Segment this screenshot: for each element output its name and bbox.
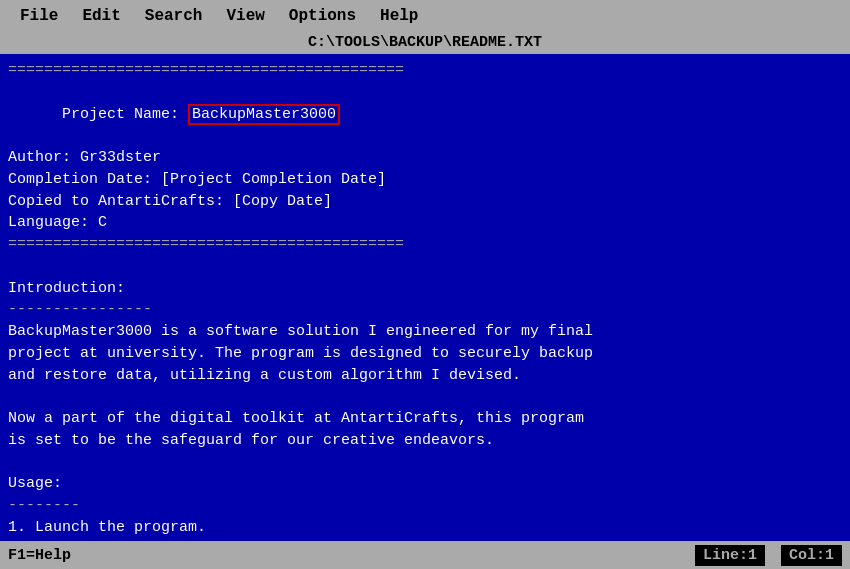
menu-edit[interactable]: Edit — [70, 3, 132, 29]
language-line: Language: C — [8, 212, 842, 234]
content-area: ========================================… — [0, 54, 850, 541]
intro-para3: and restore data, utilizing a custom alg… — [8, 365, 842, 387]
usage-heading: Usage: — [8, 473, 842, 495]
author-line: Author: Gr33dster — [8, 147, 842, 169]
menu-bar: File Edit Search View Options Help — [0, 0, 850, 32]
intro-heading: Introduction: — [8, 278, 842, 300]
status-bar: F1=Help Line:1 Col:1 — [0, 541, 850, 569]
para2-2: is set to be the safeguard for our creat… — [8, 430, 842, 452]
title-text: C:\TOOLS\BACKUP\README.TXT — [308, 34, 542, 51]
blank1 — [8, 256, 842, 278]
project-label: Project Name: — [62, 106, 188, 123]
status-col: Col:1 — [781, 545, 842, 566]
para2-1: Now a part of the digital toolkit at Ant… — [8, 408, 842, 430]
intro-para2: project at university. The program is de… — [8, 343, 842, 365]
menu-view[interactable]: View — [214, 3, 276, 29]
copied-line: Copied to AntartiCrafts: [Copy Date] — [8, 191, 842, 213]
usage-1: 1. Launch the program. — [8, 517, 842, 539]
project-value: BackupMaster3000 — [188, 104, 340, 125]
intro-para1: BackupMaster3000 is a software solution … — [8, 321, 842, 343]
menu-file[interactable]: File — [8, 3, 70, 29]
f1-help-label: F1=Help — [8, 547, 71, 564]
status-help: F1=Help — [8, 547, 695, 564]
status-line: Line:1 — [695, 545, 765, 566]
blank3 — [8, 452, 842, 474]
menu-help[interactable]: Help — [368, 3, 430, 29]
usage-dash: -------- — [8, 495, 842, 517]
status-right: Line:1 Col:1 — [695, 545, 842, 566]
menu-search[interactable]: Search — [133, 3, 215, 29]
intro-dash: ---------------- — [8, 299, 842, 321]
app: File Edit Search View Options Help C:\TO… — [0, 0, 850, 569]
separator-top: ========================================… — [8, 60, 842, 82]
blank2 — [8, 386, 842, 408]
project-line: Project Name: BackupMaster3000 — [8, 82, 842, 147]
completion-line: Completion Date: [Project Completion Dat… — [8, 169, 842, 191]
title-bar: C:\TOOLS\BACKUP\README.TXT — [0, 32, 850, 54]
separator-bottom: ========================================… — [8, 234, 842, 256]
menu-options[interactable]: Options — [277, 3, 368, 29]
